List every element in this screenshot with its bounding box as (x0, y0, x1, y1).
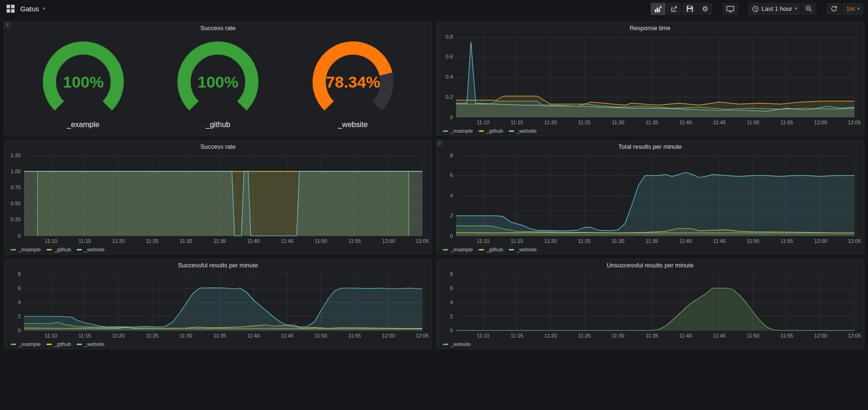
time-range-button[interactable]: Last 1 hour ▾ (748, 3, 801, 15)
svg-text:11:40: 11:40 (679, 333, 692, 338)
svg-text:2: 2 (450, 314, 453, 319)
svg-text:11:15: 11:15 (511, 333, 523, 338)
legend: _example_github_website (439, 245, 861, 253)
svg-text:12:05: 12:05 (848, 120, 861, 125)
legend-swatch (11, 249, 16, 250)
svg-text:11:50: 11:50 (747, 120, 760, 125)
legend-item[interactable]: _github (47, 341, 71, 347)
gauge-arc-example: 100% (24, 39, 142, 121)
save-icon (686, 5, 693, 12)
share-button[interactable] (667, 3, 682, 15)
svg-text:6: 6 (450, 285, 453, 291)
add-panel-button[interactable] (651, 3, 666, 15)
refresh-button[interactable] (827, 3, 841, 15)
svg-text:11:20: 11:20 (112, 238, 125, 244)
svg-text:0: 0 (450, 233, 453, 239)
svg-text:11:30: 11:30 (612, 238, 625, 244)
panel-title[interactable]: Total results per minute (439, 142, 861, 152)
share-icon (670, 5, 678, 13)
legend-item[interactable]: _example (11, 247, 41, 252)
clock-icon (752, 6, 759, 12)
svg-text:8: 8 (18, 271, 21, 277)
svg-text:2: 2 (18, 314, 21, 319)
svg-text:11:35: 11:35 (645, 120, 658, 125)
svg-text:0.6: 0.6 (446, 54, 453, 59)
svg-text:11:15: 11:15 (511, 238, 523, 244)
panel-title[interactable]: Unsuccessful results per minute (439, 260, 861, 270)
total-results-chart[interactable]: 0246811:1011:1511:2011:2511:3011:3511:40… (439, 152, 861, 245)
svg-text:11:35: 11:35 (645, 333, 658, 338)
successful-results-chart[interactable]: 0246811:1011:1511:2011:2511:3011:3511:40… (7, 270, 429, 340)
svg-text:12:05: 12:05 (848, 333, 861, 338)
legend-swatch (479, 249, 484, 250)
panel-info-icon[interactable]: i (4, 22, 11, 28)
gauge-label: _github (159, 121, 277, 129)
panel-successful-results: Successful results per minute 0246811:10… (4, 258, 432, 349)
svg-text:11:10: 11:10 (45, 238, 57, 244)
svg-text:11:15: 11:15 (511, 120, 523, 125)
svg-text:11:50: 11:50 (747, 333, 760, 338)
svg-text:2: 2 (450, 213, 453, 218)
svg-text:12:05: 12:05 (416, 333, 429, 338)
time-range-label: Last 1 hour (762, 5, 792, 12)
success-rate-chart[interactable]: 00.250.500.751.001.2511:1011:1511:2011:2… (7, 152, 429, 245)
panel-title[interactable]: Success rate (7, 23, 429, 33)
panel-title[interactable]: Response time (439, 23, 861, 33)
svg-text:6: 6 (450, 172, 453, 178)
svg-text:11:10: 11:10 (45, 333, 57, 338)
zoom-out-button[interactable] (802, 3, 816, 15)
svg-text:6: 6 (18, 285, 21, 291)
svg-text:11:10: 11:10 (477, 238, 490, 244)
svg-text:0: 0 (450, 328, 453, 333)
legend-item[interactable]: _example (443, 128, 473, 134)
legend-swatch (509, 249, 514, 250)
settings-button[interactable]: ⚙ (698, 3, 712, 15)
legend-item[interactable]: _website (77, 341, 104, 347)
legend-item[interactable]: _github (47, 247, 71, 252)
legend-item[interactable]: _website (77, 247, 104, 252)
svg-text:11:30: 11:30 (612, 120, 625, 125)
svg-text:11:45: 11:45 (713, 120, 726, 125)
svg-text:12:00: 12:00 (814, 238, 828, 244)
refresh-group: 1m ▾ (827, 3, 863, 15)
legend-item[interactable]: _example (443, 247, 473, 252)
svg-text:11:30: 11:30 (180, 238, 193, 244)
legend-item[interactable]: _website (443, 341, 471, 347)
legend-swatch (77, 249, 82, 250)
svg-text:11:10: 11:10 (477, 120, 490, 125)
dashboard-dropdown-caret-icon[interactable]: ▾ (43, 7, 45, 11)
panel-info-icon[interactable]: i (436, 140, 443, 147)
svg-text:11:25: 11:25 (578, 120, 591, 125)
svg-text:11:25: 11:25 (146, 238, 159, 244)
legend-item[interactable]: _example (11, 341, 41, 347)
grid-icon (7, 5, 15, 13)
svg-text:4: 4 (18, 299, 21, 305)
response-time-chart[interactable]: 00.20.40.60.811:1011:1511:2011:2511:3011… (439, 33, 861, 127)
legend-swatch (443, 249, 448, 250)
dashboard-title[interactable]: Gatus (20, 5, 39, 13)
svg-text:4: 4 (450, 193, 453, 198)
panel-title[interactable]: Success rate (7, 142, 429, 152)
legend-swatch (11, 344, 16, 345)
legend-item[interactable]: _website (509, 128, 537, 134)
legend-swatch (443, 130, 448, 132)
panel-title[interactable]: Successful results per minute (7, 260, 429, 270)
dashboards-grid-icon[interactable] (5, 3, 16, 15)
unsuccessful-results-chart[interactable]: 0246811:1011:1511:2011:2511:3011:3511:40… (439, 270, 861, 340)
svg-text:11:25: 11:25 (578, 238, 591, 244)
svg-text:11:50: 11:50 (315, 238, 328, 244)
legend-swatch (479, 130, 484, 132)
dashboard-grid: i Success rate 100% _example 100% _githu… (0, 17, 868, 353)
svg-text:0.8: 0.8 (446, 34, 453, 40)
legend-item[interactable]: _github (479, 247, 503, 252)
svg-text:12:05: 12:05 (848, 238, 861, 244)
legend: _example_github_website (439, 127, 861, 135)
legend-swatch (509, 130, 514, 132)
legend-item[interactable]: _github (479, 128, 503, 134)
cycle-view-button[interactable] (723, 3, 738, 15)
save-button[interactable] (683, 3, 697, 15)
refresh-interval-button[interactable]: 1m ▾ (842, 3, 863, 15)
legend-item[interactable]: _website (509, 247, 537, 252)
refresh-interval-caret-icon: ▾ (857, 7, 860, 11)
svg-text:11:55: 11:55 (348, 238, 361, 244)
